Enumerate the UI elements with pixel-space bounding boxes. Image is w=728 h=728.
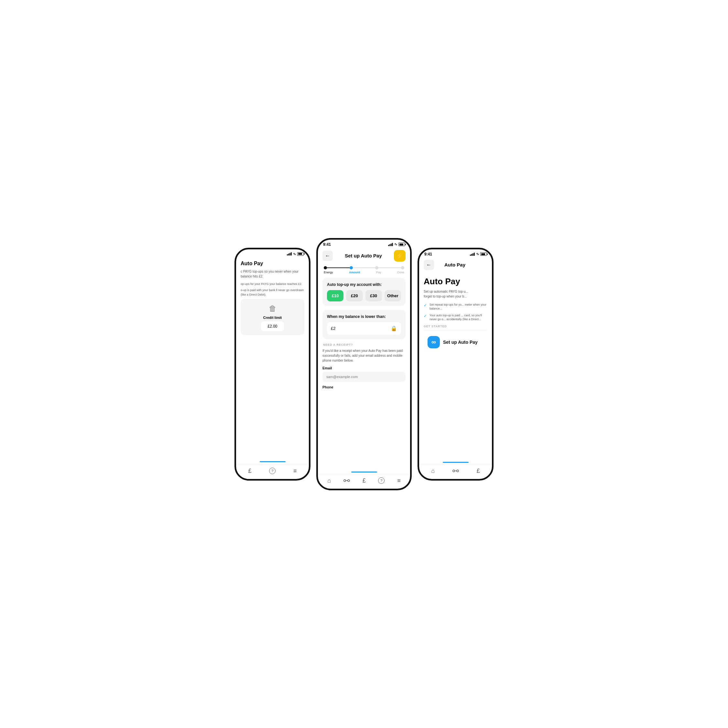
right-battery-icon bbox=[480, 252, 487, 256]
amount-options: £10 £20 £30 Other bbox=[327, 290, 401, 301]
center-battery-icon bbox=[398, 243, 405, 246]
svg-point-3 bbox=[453, 470, 455, 472]
check-item-1: ✓ Set repeat top-ups for yo... meter whe… bbox=[424, 303, 487, 311]
center-nav-activity[interactable] bbox=[343, 478, 350, 483]
center-status-time: 9:41 bbox=[323, 242, 331, 247]
center-nav-title: Set up Auto Pay bbox=[345, 253, 382, 258]
step-dot-pay bbox=[375, 266, 378, 269]
amount-btn-10[interactable]: £10 bbox=[327, 290, 343, 301]
amount-btn-30[interactable]: £30 bbox=[366, 290, 382, 301]
receipt-section-label: Need a receipt? bbox=[323, 343, 405, 346]
amount-btn-20[interactable]: £20 bbox=[346, 290, 362, 301]
center-signal-icon bbox=[388, 243, 393, 246]
center-nav-home[interactable]: ⌂ bbox=[327, 477, 331, 484]
balance-card: When my balance is lower than: £2 🔒 bbox=[323, 310, 405, 339]
left-body-text-2: op-ups for your PAYG your balance reache… bbox=[241, 282, 304, 286]
lock-icon: 🔒 bbox=[391, 325, 397, 332]
right-bottom-nav: ⌂ £ bbox=[419, 464, 492, 479]
center-bottom-indicator bbox=[351, 471, 377, 473]
email-input[interactable] bbox=[323, 372, 405, 382]
auto-topup-title: Auto top-up my account with: bbox=[327, 282, 401, 287]
step-label-amount: Amount bbox=[349, 271, 360, 274]
center-content: Auto top-up my account with: £10 £20 £30… bbox=[318, 275, 410, 470]
setup-btn-label: Set up Auto Pay bbox=[443, 340, 478, 345]
center-nav-help[interactable]: ? bbox=[378, 477, 385, 484]
right-wifi-icon: ∿ bbox=[476, 252, 479, 256]
left-bottom-nav: £ ? ≡ bbox=[236, 464, 309, 479]
right-signal-icon bbox=[470, 252, 475, 256]
svg-point-1 bbox=[348, 480, 350, 482]
autopay-desc: Set up automatic PAYG top-u...forget to … bbox=[424, 289, 487, 299]
right-status-icons: ∿ bbox=[470, 252, 487, 256]
step-dot-energy bbox=[324, 266, 327, 269]
nav-icon-help[interactable]: ? bbox=[269, 468, 275, 474]
svg-point-4 bbox=[457, 470, 459, 472]
right-nav-activity[interactable] bbox=[453, 469, 459, 473]
delete-card: 🗑 Credit limit £2.00 bbox=[241, 299, 304, 335]
email-label: Email bbox=[323, 366, 405, 370]
right-nav-pound[interactable]: £ bbox=[477, 468, 480, 474]
back-button[interactable]: ← bbox=[323, 251, 333, 261]
center-pound-icon: £ bbox=[362, 477, 366, 484]
center-status-icons: ∿ bbox=[388, 242, 405, 246]
left-status-bar: ∿ bbox=[236, 249, 309, 257]
setup-autopay-button[interactable]: ∞ Set up Auto Pay bbox=[424, 333, 487, 352]
right-back-button[interactable]: ← bbox=[424, 260, 434, 270]
center-nav-pound[interactable]: £ bbox=[362, 477, 366, 484]
check-text-2: Your auto top-up is paid ... card, so yo… bbox=[430, 314, 487, 321]
nav-icon-pound[interactable]: £ bbox=[248, 468, 251, 474]
receipt-desc: If you'd like a receipt when your Auto P… bbox=[323, 348, 405, 363]
right-activity-icon bbox=[453, 469, 459, 473]
home-icon: ⌂ bbox=[327, 477, 331, 484]
auto-topup-card: Auto top-up my account with: £10 £20 £30… bbox=[323, 278, 405, 306]
right-status-bar: 9:41 ∿ bbox=[419, 249, 492, 258]
balance-title: When my balance is lower than: bbox=[327, 314, 401, 319]
back-arrow-icon: ← bbox=[325, 253, 330, 259]
balance-value: £2 bbox=[331, 326, 335, 331]
step-line-2 bbox=[353, 268, 375, 268]
activity-icon bbox=[343, 478, 350, 483]
get-started-label: Get Started bbox=[424, 325, 487, 328]
left-status-icons: ∿ bbox=[287, 252, 304, 256]
right-pound-icon: £ bbox=[477, 468, 480, 474]
signal-icon bbox=[287, 252, 292, 255]
check-icon-1: ✓ bbox=[424, 303, 427, 307]
right-phone: 9:41 ∿ ← Auto Pay Auto P bbox=[418, 248, 494, 480]
left-page-title: Auto Pay bbox=[241, 261, 304, 266]
help-icon: ? bbox=[269, 468, 275, 474]
check-icon-2: ✓ bbox=[424, 314, 427, 318]
right-bottom-indicator bbox=[443, 462, 469, 463]
step-label-done: Done bbox=[397, 271, 404, 274]
infinity-icon: ∞ bbox=[428, 336, 440, 348]
step-line-3 bbox=[378, 268, 401, 268]
center-phone: 9:41 ∿ ← Set up Auto Pay ⚡ bbox=[316, 238, 412, 490]
balance-row: £2 🔒 bbox=[327, 322, 401, 335]
step-dot-done bbox=[401, 266, 404, 269]
right-nav-home[interactable]: ⌂ bbox=[431, 468, 435, 474]
step-line-1 bbox=[327, 268, 350, 268]
amount-btn-other[interactable]: Other bbox=[385, 290, 401, 301]
left-body-text-1: c PAYG top-ups so you never when your ba… bbox=[241, 269, 304, 279]
center-nav-menu[interactable]: ≡ bbox=[397, 477, 401, 484]
check-item-2: ✓ Your auto top-up is paid ... card, so … bbox=[424, 314, 487, 321]
right-status-time: 9:41 bbox=[424, 252, 432, 257]
center-menu-icon: ≡ bbox=[397, 477, 401, 484]
center-nav-bar: ← Set up Auto Pay ⚡ bbox=[318, 248, 410, 264]
left-phone: ∿ Auto Pay c PAYG top-ups so you never w… bbox=[234, 248, 310, 480]
check-text-1: Set repeat top-ups for yo... meter when … bbox=[430, 303, 487, 311]
nav-icon-menu[interactable]: ≡ bbox=[293, 468, 297, 474]
scene: ∿ Auto Pay c PAYG top-ups so you never w… bbox=[219, 219, 510, 510]
left-content: Auto Pay c PAYG top-ups so you never whe… bbox=[236, 257, 309, 460]
pound-icon: £ bbox=[248, 468, 251, 474]
credit-limit-value: £2.00 bbox=[261, 321, 284, 331]
credit-limit-label: Credit limit bbox=[263, 316, 282, 320]
bottom-indicator bbox=[260, 461, 286, 462]
step-label-energy: Energy bbox=[324, 271, 333, 274]
left-body-text-3: o-up is paid with your bank ll never go … bbox=[241, 288, 304, 297]
right-nav-bar: ← Auto Pay bbox=[419, 258, 492, 272]
right-home-icon: ⌂ bbox=[431, 468, 435, 474]
lightning-button[interactable]: ⚡ bbox=[394, 250, 405, 262]
battery-icon bbox=[297, 252, 304, 256]
wifi-icon: ∿ bbox=[293, 252, 296, 256]
divider bbox=[424, 330, 487, 331]
